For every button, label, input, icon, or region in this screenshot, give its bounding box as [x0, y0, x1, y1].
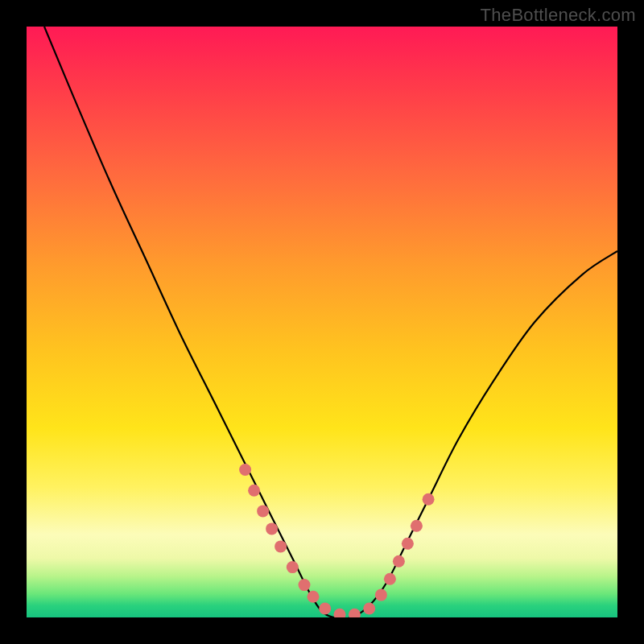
curve-marker	[349, 609, 361, 617]
curve-marker	[257, 505, 269, 517]
curve-marker	[266, 522, 278, 535]
curve-marker	[319, 603, 331, 615]
curve-marker	[363, 603, 375, 615]
curve-marker	[423, 493, 435, 506]
curve-marker	[393, 555, 405, 568]
bottleneck-curve	[44, 27, 617, 617]
curve-marker	[334, 609, 346, 617]
curve-marker	[411, 520, 423, 532]
curve-marker	[384, 573, 396, 585]
curve-marker	[402, 538, 414, 550]
chart-svg	[27, 27, 617, 617]
curve-marker	[275, 540, 287, 552]
plot-area	[27, 27, 617, 617]
curve-marker	[248, 485, 260, 497]
curve-path	[44, 27, 617, 617]
curve-marker	[239, 464, 251, 476]
curve-marker	[308, 591, 320, 603]
curve-marker	[287, 561, 299, 573]
curve-marker	[375, 589, 387, 601]
curve-markers	[239, 464, 434, 617]
watermark-text: TheBottleneck.com	[481, 5, 636, 26]
curve-marker	[299, 579, 311, 591]
chart-frame: TheBottleneck.com	[0, 0, 644, 644]
